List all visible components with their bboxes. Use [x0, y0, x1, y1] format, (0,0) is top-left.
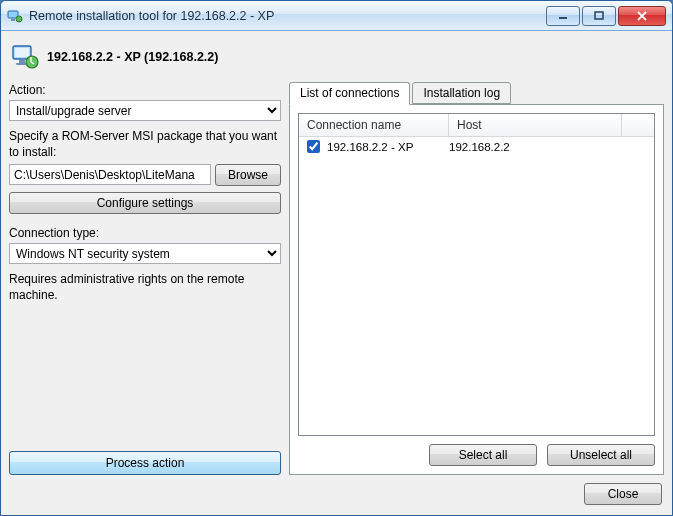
connections-listview[interactable]: Connection name Host 192.168.2.2 - XP192… [298, 113, 655, 436]
svg-rect-3 [559, 17, 567, 19]
main-area: Action: Install/upgrade server Specify a… [9, 81, 664, 475]
footer: Close [9, 475, 664, 507]
column-connection-name[interactable]: Connection name [299, 114, 449, 136]
maximize-button[interactable] [582, 6, 616, 26]
list-buttons: Select all Unselect all [298, 444, 655, 466]
table-row[interactable]: 192.168.2.2 - XP192.168.2.2 [299, 137, 654, 156]
select-all-button[interactable]: Select all [429, 444, 537, 466]
right-pane: List of connections Installation log Con… [289, 81, 664, 475]
titlebar[interactable]: Remote installation tool for 192.168.2.2… [1, 1, 672, 31]
process-action-button[interactable]: Process action [9, 451, 281, 475]
unselect-all-button[interactable]: Unselect all [547, 444, 655, 466]
tabstrip: List of connections Installation log [289, 81, 664, 104]
row-checkbox[interactable] [307, 140, 320, 153]
msi-hint: Specify a ROM-Server MSI package that yo… [9, 129, 281, 160]
connection-type-select[interactable]: Windows NT security system [9, 243, 281, 264]
close-button[interactable]: Close [584, 483, 662, 505]
action-select[interactable]: Install/upgrade server [9, 100, 281, 121]
column-host[interactable]: Host [449, 114, 622, 136]
app-icon [7, 8, 23, 24]
page-title: 192.168.2.2 - XP (192.168.2.2) [47, 50, 218, 64]
svg-point-2 [16, 16, 22, 22]
window-title: Remote installation tool for 192.168.2.2… [29, 9, 544, 23]
action-label: Action: [9, 83, 281, 97]
connection-type-hint: Requires administrative rights on the re… [9, 272, 281, 303]
window: Remote installation tool for 192.168.2.2… [0, 0, 673, 516]
client-area: 192.168.2.2 - XP (192.168.2.2) Action: I… [1, 31, 672, 515]
page-header: 192.168.2.2 - XP (192.168.2.2) [9, 39, 664, 81]
tab-panel-connections: Connection name Host 192.168.2.2 - XP192… [289, 104, 664, 475]
svg-rect-7 [19, 60, 25, 63]
computer-icon [11, 43, 39, 71]
connection-type-label: Connection type: [9, 226, 281, 240]
configure-settings-button[interactable]: Configure settings [9, 192, 281, 214]
left-pane: Action: Install/upgrade server Specify a… [9, 81, 281, 475]
listview-body: 192.168.2.2 - XP192.168.2.2 [299, 137, 654, 435]
column-spacer [622, 114, 654, 136]
browse-button[interactable]: Browse [215, 164, 281, 186]
svg-rect-4 [595, 12, 603, 19]
tab-connections[interactable]: List of connections [289, 82, 410, 105]
tab-installation-log[interactable]: Installation log [412, 82, 511, 104]
minimize-button[interactable] [546, 6, 580, 26]
svg-rect-6 [15, 48, 29, 57]
svg-rect-1 [11, 19, 15, 21]
listview-header: Connection name Host [299, 114, 654, 137]
close-window-button[interactable] [618, 6, 666, 26]
row-host: 192.168.2.2 [449, 141, 650, 153]
window-controls [544, 6, 666, 26]
row-name: 192.168.2.2 - XP [327, 141, 413, 153]
row-name-cell: 192.168.2.2 - XP [303, 137, 449, 156]
msi-path-input[interactable] [9, 164, 211, 185]
